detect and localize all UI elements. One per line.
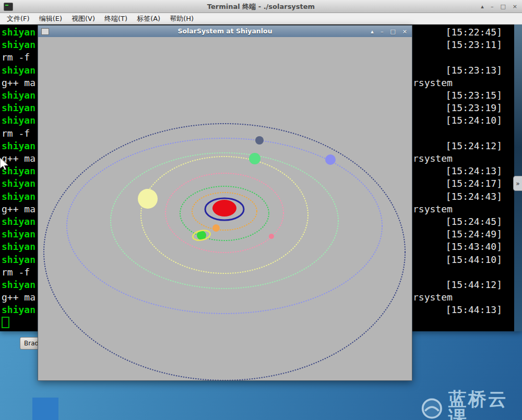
timestamp-text: [15:24:10] — [446, 114, 502, 127]
mouse-cursor — [0, 158, 9, 171]
prompt-text: shiyan — [2, 304, 35, 316]
menu-tabs[interactable]: 标签(A) — [132, 14, 165, 23]
prompt-text: shiyan — [2, 140, 35, 152]
menu-help[interactable]: 帮助(H) — [165, 14, 198, 23]
timestamp-text: [15:44:13] — [446, 304, 502, 316]
command-text: g++ ma — [2, 203, 35, 215]
terminal-titlebar[interactable]: Terminal 终端 - ./solarsystem ▴–□× — [0, 0, 522, 13]
command-text: rm -f — [2, 266, 30, 279]
menu-edit[interactable]: 编辑(E) — [34, 14, 67, 23]
prompt-text: shiyan — [2, 64, 35, 77]
panel-fragment[interactable] — [32, 398, 58, 420]
panel-hide-tab[interactable]: » — [513, 176, 522, 191]
command-text: rm -f — [2, 127, 30, 140]
command-tail-text: rsystem — [413, 77, 453, 89]
watermark-text: 蓝桥云课 — [448, 390, 522, 420]
timestamp-text: [15:24:17] — [446, 177, 502, 190]
close-button[interactable]: × — [402, 29, 407, 34]
prompt-text: shiyan — [2, 279, 35, 291]
minimize-button[interactable]: – — [381, 29, 384, 34]
timestamp-text: [15:44:12] — [446, 279, 502, 291]
prompt-text: shiyan — [2, 254, 35, 266]
timestamp-text: [15:24:12] — [446, 140, 502, 152]
terminal-window-controls: ▴–□× — [481, 0, 517, 13]
shade-button[interactable]: ▴ — [371, 29, 374, 34]
planet-pale-yellow — [138, 189, 158, 209]
orbit-navy-outer — [44, 124, 405, 380]
command-text: g++ ma — [2, 77, 35, 89]
terminal-cursor — [2, 317, 9, 328]
timestamp-text: [15:22:45] — [446, 26, 502, 39]
planet-periwinkle — [325, 154, 336, 165]
timestamp-text: [15:23:11] — [446, 39, 502, 51]
prompt-text: shiyan — [2, 228, 35, 241]
timestamp-text: [15:23:15] — [446, 89, 502, 102]
sun — [212, 200, 236, 217]
prompt-text: shiyan — [2, 89, 35, 102]
solar-window-controls: ▴–□× — [371, 26, 407, 37]
planet-pink — [269, 234, 274, 239]
timestamp-text: [15:23:13] — [446, 64, 502, 77]
menu-terminal[interactable]: 终端(T) — [100, 14, 132, 23]
terminal-title: Terminal 终端 - ./solarsystem — [0, 2, 522, 11]
planet-green-large — [249, 153, 260, 164]
command-text: rm -f — [2, 51, 30, 64]
orbit-periwinkle — [67, 138, 382, 314]
timestamp-text: [15:23:19] — [446, 102, 502, 114]
shade-button[interactable]: ▴ — [481, 4, 484, 9]
desktop: 蓝桥云课 Brad... Terminal 终端 - ./solarsystem… — [0, 0, 522, 420]
menu-view[interactable]: 视图(V) — [67, 14, 100, 23]
prompt-text: shiyan — [2, 114, 35, 127]
command-text: g++ ma — [2, 291, 35, 304]
prompt-text: shiyan — [2, 215, 35, 228]
maximize-button[interactable]: □ — [500, 4, 505, 9]
prompt-text: shiyan — [2, 26, 35, 39]
command-tail-text: rsystem — [413, 152, 453, 165]
solar-content — [38, 37, 412, 380]
close-button[interactable]: × — [513, 4, 517, 9]
watermark: 蓝桥云课 — [421, 390, 522, 420]
timestamp-text: [15:24:13] — [446, 165, 502, 177]
command-tail-text: rsystem — [413, 203, 453, 215]
planet-orange — [212, 224, 220, 232]
lanqiao-logo-icon — [421, 397, 443, 420]
timestamp-text: [15:43:40] — [446, 241, 502, 253]
minimize-button[interactable]: – — [491, 4, 494, 9]
planet-dark-slate — [255, 136, 264, 145]
solar-canvas — [38, 37, 412, 380]
timestamp-text: [15:24:43] — [446, 190, 502, 203]
command-tail-text: rsystem — [413, 291, 453, 304]
terminal-menubar: 文件(F)编辑(E)视图(V)终端(T)标签(A)帮助(H) — [0, 13, 522, 25]
maximize-button[interactable]: □ — [390, 29, 395, 34]
prompt-text: shiyan — [2, 177, 35, 190]
timestamp-text: [15:24:49] — [446, 228, 502, 241]
solar-title: SolarSystem at Shiyanlou — [38, 27, 412, 35]
timestamp-text: [15:44:10] — [446, 254, 502, 266]
prompt-text: shiyan — [2, 39, 35, 51]
prompt-text: shiyan — [2, 102, 35, 114]
menu-file[interactable]: 文件(F) — [2, 14, 34, 23]
solar-window: SolarSystem at Shiyanlou ▴–□× — [38, 25, 412, 381]
solar-titlebar[interactable]: SolarSystem at Shiyanlou ▴–□× — [38, 26, 412, 37]
prompt-text: shiyan — [2, 190, 35, 203]
timestamp-text: [15:24:45] — [446, 215, 502, 228]
prompt-text: shiyan — [2, 241, 35, 253]
